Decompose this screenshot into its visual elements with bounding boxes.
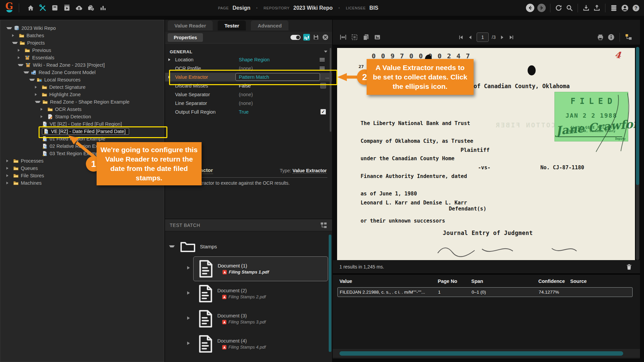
document-item-3[interactable]: Document (3) Filing Stamps 3.pdf bbox=[193, 307, 327, 331]
tab-tester[interactable]: Tester bbox=[218, 20, 246, 31]
image-icon[interactable] bbox=[374, 34, 381, 41]
expand-icon[interactable] bbox=[187, 342, 190, 345]
tree-item-read-zone-content-model[interactable]: Read Zone Content Model bbox=[0, 69, 164, 76]
copy-pages-icon[interactable] bbox=[362, 34, 370, 41]
last-page-icon[interactable] bbox=[508, 34, 515, 41]
tab-advanced[interactable]: Advanced bbox=[251, 20, 288, 31]
layout-tree-icon[interactable] bbox=[625, 33, 633, 41]
scrollbar[interactable] bbox=[333, 349, 640, 358]
expand-icon[interactable] bbox=[168, 76, 170, 78]
property-row-line-separator[interactable]: Line Separator (none) bbox=[165, 99, 332, 108]
expand-icon[interactable] bbox=[18, 56, 22, 59]
collapse-icon[interactable] bbox=[29, 79, 35, 81]
app-logo[interactable]: G bbox=[5, 1, 13, 12]
expand-icon[interactable] bbox=[6, 174, 10, 177]
print-icon[interactable] bbox=[597, 34, 604, 41]
batch-run-icon[interactable] bbox=[63, 4, 71, 12]
expand-icon[interactable] bbox=[35, 86, 39, 88]
repository-value[interactable]: 2023 Wiki Repo bbox=[293, 5, 333, 11]
database-icon[interactable] bbox=[610, 4, 618, 12]
tree-item-highlight-zone[interactable]: Highlight Zone bbox=[0, 91, 164, 98]
expand-icon[interactable] bbox=[168, 58, 170, 61]
tree-item-essentials[interactable]: Essentials bbox=[0, 54, 164, 61]
property-row-value-separator[interactable]: Value Separator (none) bbox=[165, 90, 332, 99]
tree-item-batches[interactable]: Batches bbox=[0, 32, 164, 39]
page-number-input[interactable]: 1 bbox=[477, 33, 489, 42]
expand-icon[interactable] bbox=[41, 108, 45, 111]
tree-item-ve-rz-date-filed-full-region[interactable]: VE [RZ] - Date Filed [Full Region] bbox=[0, 120, 164, 128]
scrollbar[interactable] bbox=[330, 48, 331, 132]
tree-item-wiki-read-zone-2023[interactable]: Wiki - Read Zone - 2023 [Project] bbox=[0, 61, 164, 69]
column-header-confidence[interactable]: Confidence bbox=[538, 279, 565, 284]
collapse-icon[interactable] bbox=[169, 245, 175, 247]
tree-item-local-resources[interactable]: Local Resources bbox=[0, 76, 164, 83]
value-extractor-input[interactable]: Pattern Match bbox=[235, 73, 320, 81]
tree-item-ve-rz-date-filed-parsed-date[interactable]: VE [RZ] - Date Filed [Parsed Date] bbox=[0, 128, 164, 135]
help-icon[interactable] bbox=[632, 4, 640, 12]
stats-icon[interactable] bbox=[99, 4, 107, 12]
section-general[interactable]: GENERAL bbox=[165, 48, 332, 55]
document-item-2[interactable]: Document (2) Filing Stamps 2.pdf bbox=[193, 282, 327, 306]
tree-item-read-zone-shape-region-example[interactable]: Read Zone - Shape Region Example bbox=[0, 98, 164, 106]
collapse-icon[interactable] bbox=[23, 71, 29, 73]
tree-item-stamp-detection[interactable]: Stamp Detection bbox=[0, 113, 164, 120]
next-page-icon[interactable] bbox=[499, 34, 505, 41]
tree-item-projects[interactable]: Projects bbox=[0, 39, 164, 47]
scrollbar[interactable] bbox=[329, 235, 331, 352]
save-icon[interactable] bbox=[313, 34, 319, 41]
collapse-icon[interactable] bbox=[35, 101, 41, 103]
upload-icon[interactable] bbox=[593, 4, 601, 12]
scrollbar-thumb[interactable] bbox=[636, 47, 639, 185]
selection-icon[interactable] bbox=[351, 34, 358, 41]
back-icon[interactable] bbox=[526, 4, 534, 12]
home-icon[interactable] bbox=[27, 4, 35, 12]
expand-icon[interactable] bbox=[18, 49, 22, 52]
property-row-location[interactable]: Location Shape Region bbox=[165, 55, 332, 64]
tree-item-previous[interactable]: Previous bbox=[0, 47, 164, 54]
property-row-output-full-region[interactable]: Output Full Region True bbox=[165, 108, 332, 116]
task-clock-icon[interactable] bbox=[87, 4, 95, 12]
tree-item-ocr-assets[interactable]: OCR Assets bbox=[0, 106, 164, 113]
archive-icon[interactable] bbox=[51, 4, 59, 12]
fit-width-icon[interactable] bbox=[339, 34, 347, 41]
selected-tree-item[interactable]: VE [RZ] - Date Filed [Parsed Date] bbox=[42, 128, 129, 135]
download-icon[interactable] bbox=[582, 4, 590, 12]
column-header-value[interactable]: Value bbox=[339, 279, 352, 284]
close-icon[interactable] bbox=[322, 34, 329, 41]
result-row[interactable]: FILEDJAN 2.21988, c. s., . c i. . m/M'''… bbox=[337, 287, 633, 297]
refresh-icon[interactable] bbox=[555, 4, 562, 12]
expand-icon[interactable] bbox=[187, 291, 190, 295]
tools-icon[interactable] bbox=[39, 4, 47, 12]
expand-icon[interactable] bbox=[6, 167, 10, 170]
info-icon[interactable] bbox=[607, 34, 615, 41]
property-row-discard-misses[interactable]: Discard Misses False bbox=[165, 81, 332, 90]
collapse-icon[interactable] bbox=[12, 42, 18, 44]
column-header-page-no[interactable]: Page No bbox=[438, 279, 457, 284]
document-item-4[interactable]: Document (4) Filing Stamps 4.pdf bbox=[193, 332, 327, 356]
column-header-span[interactable]: Span bbox=[471, 279, 483, 284]
toggle-switch[interactable] bbox=[290, 35, 301, 40]
expand-icon[interactable] bbox=[6, 182, 10, 184]
collapse-icon[interactable] bbox=[6, 27, 12, 29]
expand-icon[interactable] bbox=[41, 115, 45, 118]
ellipsis-button[interactable]: ... bbox=[325, 74, 329, 79]
menu-icon[interactable] bbox=[320, 58, 325, 61]
expand-icon[interactable] bbox=[187, 266, 190, 269]
type-link[interactable]: Value Extractor bbox=[292, 168, 327, 174]
search-icon[interactable] bbox=[566, 4, 573, 12]
tree-item-01-fixed-region-example[interactable]: 01 Fixed Region Example bbox=[0, 135, 164, 142]
scrollbar[interactable] bbox=[636, 47, 639, 260]
properties-tab[interactable]: Properties bbox=[168, 33, 203, 42]
user-icon[interactable] bbox=[621, 4, 629, 12]
prev-page-icon[interactable] bbox=[467, 34, 474, 41]
expand-icon[interactable] bbox=[187, 316, 190, 320]
checkbox-unchecked[interactable] bbox=[320, 83, 326, 88]
menu-icon[interactable] bbox=[320, 67, 325, 70]
trash-icon[interactable] bbox=[626, 263, 633, 270]
page-value[interactable]: Design bbox=[232, 5, 250, 11]
scrollbar-thumb[interactable] bbox=[339, 351, 623, 356]
expand-icon[interactable] bbox=[6, 160, 10, 162]
property-row-ocr-profile[interactable]: OCR Profile (none) bbox=[165, 64, 332, 73]
first-page-icon[interactable] bbox=[458, 34, 464, 41]
batch-hierarchy-icon[interactable] bbox=[320, 222, 327, 229]
